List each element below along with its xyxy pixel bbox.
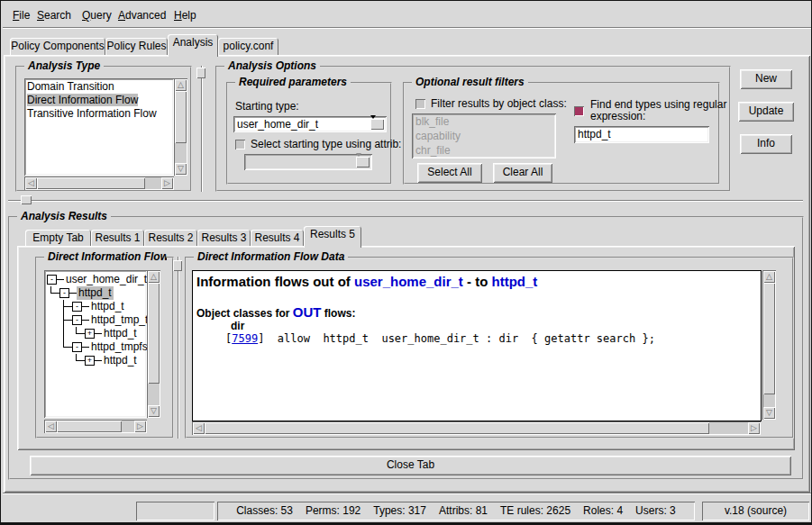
stat-types: Types: 317 bbox=[373, 504, 426, 517]
menubar: File Search Query Advanced Help bbox=[3, 3, 809, 27]
tree-collapse-icon[interactable]: - bbox=[72, 302, 82, 312]
scroll-down-icon[interactable]: ▽ bbox=[175, 163, 187, 175]
optional-filters-frame: Optional result filters Filter results b… bbox=[403, 82, 720, 185]
analysis-results-title: Analysis Results bbox=[17, 210, 111, 222]
scrollbar-thumb[interactable] bbox=[148, 283, 160, 384]
scrollbar-thumb[interactable] bbox=[37, 177, 145, 189]
new-button[interactable]: New bbox=[740, 69, 792, 89]
menu-query[interactable]: Query bbox=[77, 8, 117, 23]
list-item-chr-file: chr_file bbox=[412, 143, 556, 158]
pane-sash-handle[interactable] bbox=[173, 260, 182, 271]
flow-subheading: Object classes for OUT flows: bbox=[196, 304, 355, 320]
menu-advanced[interactable]: Advanced bbox=[113, 8, 171, 23]
tab-results-5[interactable]: Results 5 bbox=[304, 226, 361, 248]
tree-item-httpd-t[interactable]: -httpd_t bbox=[47, 286, 147, 300]
scroll-down-icon[interactable]: ▽ bbox=[763, 407, 775, 419]
starting-type-combobox[interactable]: user_home_dir_t bbox=[233, 116, 387, 132]
menu-help[interactable]: Help bbox=[169, 8, 202, 23]
scroll-up-icon[interactable]: △ bbox=[763, 271, 775, 283]
scroll-left-icon[interactable]: ◁ bbox=[45, 421, 57, 432]
object-class-name: dir bbox=[231, 320, 244, 332]
scroll-right-icon[interactable]: ▷ bbox=[748, 422, 760, 434]
analysis-page: Analysis Type Domain Transition Direct I… bbox=[4, 55, 810, 493]
scrollbar-thumb[interactable] bbox=[205, 422, 709, 434]
stat-users: Users: 3 bbox=[635, 504, 676, 517]
filter-by-class-label: Filter results by object class: bbox=[431, 97, 567, 110]
analysis-type-hscrollbar[interactable]: ◁ ▷ bbox=[24, 177, 174, 190]
tree-item-httpd-t[interactable]: +httpd_t bbox=[47, 354, 147, 367]
flow-tree-title: Direct Information Flow T bbox=[44, 250, 167, 263]
list-item-domain-transition[interactable]: Domain Transition bbox=[24, 80, 174, 94]
tab-policy-components[interactable]: Policy Components bbox=[10, 38, 105, 55]
analysis-options-title: Analysis Options bbox=[224, 59, 320, 72]
info-button[interactable]: Info bbox=[740, 134, 792, 154]
stat-perms: Perms: 192 bbox=[306, 504, 360, 517]
tree-item-user-home-dir-t[interactable]: -user_home_dir_t bbox=[47, 273, 147, 286]
scrollbar-thumb[interactable] bbox=[175, 91, 187, 143]
pane-sash-handle[interactable] bbox=[196, 68, 205, 78]
tab-analysis[interactable]: Analysis bbox=[168, 34, 218, 57]
tree-item-httpd-tmpfs-t[interactable]: -httpd_tmpfs_t bbox=[47, 340, 147, 354]
tree-collapse-icon[interactable]: - bbox=[59, 288, 69, 298]
tree-item-httpd-t[interactable]: +httpd_t bbox=[47, 327, 147, 340]
rule-line: [7599] allow httpd_t user_home_dir_t : d… bbox=[225, 332, 655, 345]
flow-tree-vscrollbar[interactable]: △ ▽ bbox=[147, 270, 160, 418]
tab-results-4[interactable]: Results 4 bbox=[251, 230, 304, 246]
tree-collapse-icon[interactable]: - bbox=[72, 315, 82, 325]
tab-results-3[interactable]: Results 3 bbox=[197, 230, 251, 246]
regex-label-line1: Find end types using regular bbox=[590, 98, 726, 111]
scroll-up-icon[interactable]: △ bbox=[175, 79, 187, 91]
tree-collapse-icon[interactable]: - bbox=[72, 342, 82, 352]
update-button[interactable]: Update bbox=[738, 102, 794, 122]
list-item-transitive-information-flow[interactable]: Transitive Information Flow bbox=[24, 107, 174, 121]
flow-heading: Information flows out of user_home_dir_t… bbox=[196, 274, 537, 289]
flow-data-text[interactable]: Information flows out of user_home_dir_t… bbox=[192, 270, 762, 421]
menu-search[interactable]: Search bbox=[32, 8, 77, 23]
stat-classes: Classes: 53 bbox=[236, 504, 293, 517]
required-parameters-title: Required parameters bbox=[235, 76, 351, 88]
apol-window: File Search Query Advanced Help Policy C… bbox=[0, 0, 812, 525]
stat-roles: Roles: 4 bbox=[583, 504, 623, 517]
tab-policy-rules[interactable]: Policy Rules bbox=[105, 38, 168, 55]
pane-sash-handle[interactable] bbox=[21, 195, 32, 204]
select-all-button[interactable]: Select All bbox=[417, 163, 482, 183]
flow-tree[interactable]: -user_home_dir_t -httpd_t -httpd_t -http… bbox=[44, 270, 147, 418]
scroll-right-icon[interactable]: ▷ bbox=[134, 421, 146, 432]
flow-data-hscrollbar[interactable]: ◁ ▷ bbox=[192, 421, 761, 435]
flow-data-vscrollbar[interactable]: △ ▽ bbox=[762, 270, 776, 420]
scroll-down-icon[interactable]: ▽ bbox=[148, 405, 160, 417]
tab-results-2[interactable]: Results 2 bbox=[144, 230, 197, 246]
clear-all-button[interactable]: Clear All bbox=[493, 163, 552, 183]
scrollbar-thumb[interactable] bbox=[57, 421, 122, 432]
regex-input[interactable]: httpd_t bbox=[574, 126, 709, 143]
scroll-right-icon[interactable]: ▷ bbox=[161, 177, 173, 189]
attrib-combobox[interactable] bbox=[244, 154, 372, 170]
dropdown-arrow-icon[interactable] bbox=[370, 119, 384, 130]
filter-by-class-checkbox[interactable] bbox=[415, 99, 425, 109]
tree-item-httpd-tmp-t[interactable]: -httpd_tmp_t bbox=[47, 313, 147, 327]
tree-item-httpd-t[interactable]: -httpd_t bbox=[47, 300, 147, 313]
scroll-left-icon[interactable]: ◁ bbox=[25, 177, 37, 189]
tab-results-1[interactable]: Results 1 bbox=[91, 230, 144, 246]
pane-divider-line bbox=[201, 66, 203, 192]
regex-checkbox[interactable] bbox=[574, 106, 584, 116]
flow-data-frame: Direct Information Flow Data Information… bbox=[185, 257, 794, 439]
tab-empty[interactable]: Empty Tab bbox=[25, 230, 91, 246]
attrib-checkbox[interactable] bbox=[235, 140, 245, 149]
list-item-direct-information-flow[interactable]: Direct Information Flow bbox=[24, 94, 174, 107]
analysis-type-vscrollbar[interactable]: △ ▽ bbox=[174, 78, 187, 176]
scroll-left-icon[interactable]: ◁ bbox=[193, 422, 205, 434]
object-class-list[interactable]: blk_file capability chr_file bbox=[412, 113, 556, 158]
tab-policy-conf[interactable]: policy.conf bbox=[218, 38, 278, 55]
rule-number-link[interactable]: 7599 bbox=[232, 332, 258, 345]
flow-tree-frame: Direct Information Flow T -user_home_dir… bbox=[35, 257, 174, 439]
tree-expand-icon[interactable]: + bbox=[85, 329, 95, 339]
analysis-type-list[interactable]: Domain Transition Direct Information Flo… bbox=[24, 78, 174, 176]
tree-expand-icon[interactable]: + bbox=[85, 356, 95, 366]
scroll-up-icon[interactable]: △ bbox=[148, 271, 160, 283]
tree-collapse-icon[interactable]: - bbox=[47, 275, 57, 285]
scrollbar-thumb[interactable] bbox=[763, 283, 775, 394]
results-page: Direct Information Flow T -user_home_dir… bbox=[17, 246, 795, 450]
flow-tree-hscrollbar[interactable]: ◁ ▷ bbox=[44, 420, 147, 433]
close-tab-button[interactable]: Close Tab bbox=[30, 456, 791, 475]
